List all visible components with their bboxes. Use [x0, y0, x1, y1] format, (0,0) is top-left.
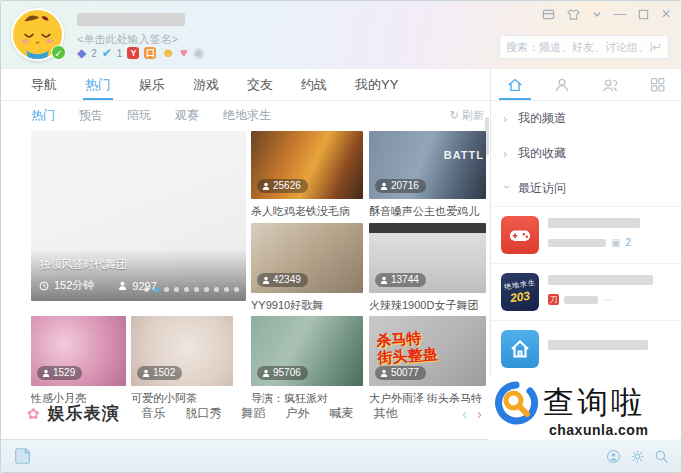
- live-card[interactable]: 1529 性感小月亮: [31, 316, 126, 406]
- carousel-dot[interactable]: [224, 287, 229, 292]
- carousel-dot[interactable]: [184, 287, 189, 292]
- carousel-dot[interactable]: [144, 287, 149, 292]
- game-center-icon[interactable]: [13, 446, 33, 466]
- heart-badge-icon: ♥: [180, 47, 188, 59]
- message-box-icon[interactable]: [542, 8, 555, 21]
- banner-thumbnail: 独领风骚时代舞团 152分钟: [31, 131, 246, 301]
- live-card[interactable]: BATTL 20716 酥音嗓声公主也爱鸡儿: [369, 131, 486, 219]
- nav-tab-youxi[interactable]: 游戏: [179, 69, 233, 100]
- viewers-icon: [42, 369, 50, 377]
- subtab-jedqs[interactable]: 绝地求生: [223, 107, 271, 124]
- category-wudao[interactable]: 舞蹈: [242, 405, 266, 422]
- sidebar-tab-groups[interactable]: [586, 69, 634, 100]
- nav-tab-daohang[interactable]: 导航: [17, 69, 71, 100]
- card-thumbnail: 1502: [131, 316, 233, 386]
- live-card[interactable]: 杀马特 街头整蛊 50077 大户外雨泽 街头杀马特: [369, 316, 486, 406]
- skin-icon[interactable]: [567, 8, 580, 21]
- sidebar-tab-apps[interactable]: [634, 69, 682, 100]
- section-next-arrow[interactable]: ›: [477, 405, 482, 422]
- viewer-count-badge: 1529: [37, 366, 82, 380]
- minimize-button[interactable]: —: [614, 7, 626, 21]
- house-icon: [508, 337, 532, 361]
- category-tuokouxiu[interactable]: 脱口秀: [186, 405, 222, 422]
- refresh-label: 刷新: [462, 108, 484, 123]
- sidebar-tab-friends[interactable]: [539, 69, 587, 100]
- subtab-remen[interactable]: 热门: [31, 107, 55, 124]
- medal-badge-icon: 口: [144, 47, 156, 59]
- more-dots-icon: ⋯: [603, 294, 613, 305]
- main-menu-arrow-icon[interactable]: [592, 9, 602, 19]
- group-recent-visits[interactable]: › 最近访问: [491, 171, 681, 206]
- card-thumbnail: 95706: [251, 316, 363, 386]
- section-prev-arrow[interactable]: ‹: [462, 405, 467, 422]
- person-icon: [553, 76, 571, 94]
- status-bar: [1, 439, 681, 472]
- viewer-count-badge: 95706: [257, 366, 308, 380]
- watermark-name: 查询啦: [543, 382, 645, 424]
- status-settings-icon[interactable]: [630, 449, 645, 464]
- live-card[interactable]: 1502 可爱的小阿茶: [131, 316, 233, 406]
- status-search-icon[interactable]: [654, 449, 669, 464]
- channel-name-redacted: [548, 275, 653, 285]
- carousel-dot[interactable]: [234, 287, 239, 292]
- nav-tab-yuezhan[interactable]: 约战: [287, 69, 341, 100]
- live-card[interactable]: 95706 导演：疯狂派对: [251, 316, 363, 406]
- card-thumbnail: 1529: [31, 316, 126, 386]
- nav-tab-jiaoyou[interactable]: 交友: [233, 69, 287, 100]
- username-redacted: [77, 13, 185, 26]
- member-icon: ▣: [611, 237, 620, 248]
- carousel-dot[interactable]: [204, 287, 209, 292]
- sidebar-tab-channels[interactable]: [491, 69, 539, 100]
- category-hanmai[interactable]: 喊麦: [330, 405, 354, 422]
- online-status-check-icon: ✓: [51, 45, 66, 60]
- card-title: 酥音嗓声公主也爱鸡儿: [369, 204, 486, 219]
- nav-tab-remen[interactable]: 热门: [71, 69, 125, 100]
- search-input[interactable]: [506, 41, 652, 53]
- viewer-count-badge: 1502: [137, 366, 182, 380]
- category-huwai[interactable]: 户外: [286, 405, 310, 422]
- subtab-peiwan[interactable]: 陪玩: [127, 107, 151, 124]
- category-yinyue[interactable]: 音乐: [142, 405, 166, 422]
- gamepad-icon: [508, 223, 532, 247]
- viewer-count-badge: 42349: [257, 273, 308, 287]
- live-card[interactable]: 25626 杀人吃鸡老铁没毛病: [251, 131, 363, 219]
- recent-channel-item[interactable]: 绝地求生 203 刀 ⋯: [491, 263, 681, 320]
- nav-tab-yule[interactable]: 娱乐: [125, 69, 179, 100]
- status-contacts-icon[interactable]: [606, 449, 621, 464]
- channel-info-redacted: [548, 239, 606, 247]
- close-button[interactable]: ✕: [661, 7, 671, 21]
- banner-overlay: 独领风骚时代舞团 152分钟: [31, 249, 246, 301]
- carousel-dot[interactable]: [164, 287, 169, 292]
- hot-content-panel: 热门 预告 陪玩 观赛 绝地求生 ↻ 刷新 独领风骚时代舞团: [1, 101, 490, 441]
- maximize-button[interactable]: [638, 9, 649, 20]
- featured-banner-card[interactable]: 独领风骚时代舞团 152分钟: [31, 131, 246, 301]
- category-qita[interactable]: 其他: [374, 405, 398, 422]
- live-card[interactable]: 13744 火辣辣1900D女子舞团: [369, 223, 486, 313]
- smiley-badge-icon: ☻: [161, 47, 175, 59]
- window-controls: — ✕: [542, 7, 671, 21]
- live-card[interactable]: 42349 YY9910好歌舞: [251, 223, 363, 313]
- group-my-channels[interactable]: › 我的频道: [491, 101, 681, 136]
- home-icon: [506, 76, 524, 94]
- people-icon: [601, 76, 619, 94]
- card-title: 杀人吃鸡老铁没毛病: [251, 204, 363, 219]
- viewers-icon: [262, 369, 270, 377]
- card-thumbnail: 13744: [369, 223, 486, 293]
- recent-channel-item[interactable]: ▣ 2: [491, 206, 681, 263]
- subtab-yugao[interactable]: 预告: [79, 107, 103, 124]
- recent-channel-item[interactable]: [491, 320, 681, 377]
- refresh-button[interactable]: ↻ 刷新: [450, 108, 484, 123]
- search-enter-icon[interactable]: ↵: [652, 40, 662, 54]
- nav-tab-wodeyy[interactable]: 我的YY: [341, 69, 412, 100]
- group-label: 最近访问: [518, 180, 566, 197]
- carousel-dot-active[interactable]: [154, 287, 159, 292]
- pubg-channel-icon: 绝地求生 203: [501, 273, 539, 311]
- card-title: YY9910好歌舞: [251, 298, 363, 313]
- viewer-count-badge: 50077: [375, 366, 426, 380]
- carousel-dot[interactable]: [174, 287, 179, 292]
- vip-badge-icon: ✔: [102, 47, 112, 59]
- group-my-favorites[interactable]: › 我的收藏: [491, 136, 681, 171]
- carousel-dot[interactable]: [194, 287, 199, 292]
- carousel-dot[interactable]: [214, 287, 219, 292]
- subtab-guansai[interactable]: 观赛: [175, 107, 199, 124]
